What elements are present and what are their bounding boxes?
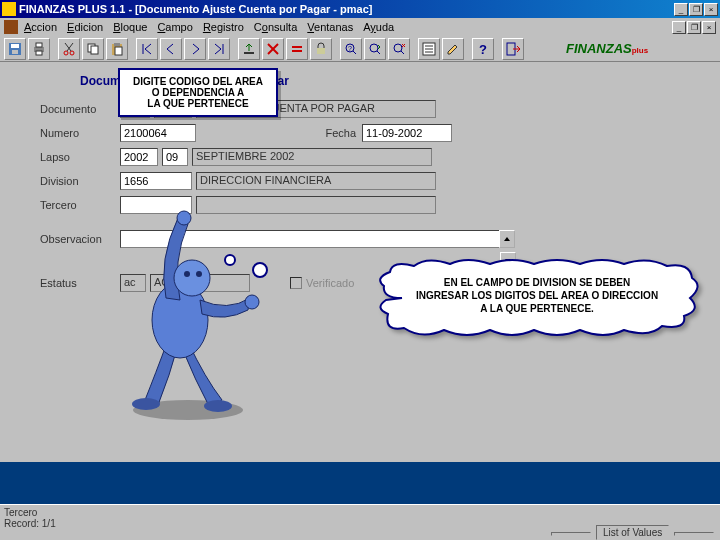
svg-point-37 <box>132 398 160 410</box>
exit-icon[interactable] <box>502 38 524 60</box>
cloud-text: EN EL CAMPO DE DIVISION SE DEBEN INGRESA… <box>392 276 682 315</box>
label-documento: Documento <box>40 103 120 115</box>
execute-query-icon[interactable] <box>364 38 386 60</box>
close-button[interactable]: × <box>704 3 718 16</box>
mascot-figure <box>110 200 270 424</box>
enter-query-icon[interactable]: ? <box>340 38 362 60</box>
doc-icon <box>4 20 18 34</box>
svg-text:?: ? <box>479 42 487 57</box>
field-lapso-mes[interactable] <box>162 148 188 166</box>
row-division: Division DIRECCION FINANCIERA <box>40 170 680 192</box>
menu-bloque[interactable]: Bloque <box>113 21 147 33</box>
svg-rect-19 <box>292 50 302 52</box>
svg-point-26 <box>394 44 402 52</box>
menu-registro[interactable]: Registro <box>203 21 244 33</box>
svg-line-22 <box>353 51 356 54</box>
menu-ayuda[interactable]: Ayuda <box>363 21 394 33</box>
cloud-callout: EN EL CAMPO DE DIVISION SE DEBEN INGRESA… <box>372 258 702 348</box>
svg-point-43 <box>184 271 190 277</box>
insert-record-icon[interactable] <box>238 38 260 60</box>
child-window-buttons: _ ❐ × <box>672 21 716 34</box>
separator <box>412 38 416 60</box>
separator <box>334 38 338 60</box>
help-icon[interactable]: ? <box>472 38 494 60</box>
lock-icon[interactable] <box>310 38 332 60</box>
copy-icon[interactable] <box>82 38 104 60</box>
cancel-query-icon[interactable] <box>388 38 410 60</box>
menu-consulta[interactable]: Consulta <box>254 21 297 33</box>
toolbar: ? ? FINANZASplus <box>0 36 720 62</box>
delete-record-icon[interactable] <box>262 38 284 60</box>
scroll-up-button[interactable] <box>499 230 515 248</box>
status-field-name: Tercero <box>4 507 56 518</box>
svg-point-46 <box>253 263 267 277</box>
menu-accion[interactable]: Accion <box>24 21 57 33</box>
label-division: Division <box>40 175 120 187</box>
restore-button[interactable]: ❐ <box>689 3 703 16</box>
svg-line-27 <box>401 51 404 54</box>
field-lapso-anio[interactable] <box>120 148 158 166</box>
label-tercero: Tercero <box>40 199 120 211</box>
print-icon[interactable] <box>28 38 50 60</box>
svg-point-44 <box>196 271 202 277</box>
last-record-icon[interactable] <box>208 38 230 60</box>
svg-rect-13 <box>114 43 120 46</box>
window-title: FINANZAS PLUS 1.1 - [Documento Ajuste Cu… <box>19 3 674 15</box>
child-minimize-button[interactable]: _ <box>672 21 686 34</box>
field-fecha[interactable] <box>362 124 452 142</box>
save-icon[interactable] <box>4 38 26 60</box>
field-numero[interactable] <box>120 124 196 142</box>
clear-record-icon[interactable] <box>286 38 308 60</box>
separator <box>130 38 134 60</box>
row-numero: Numero Fecha <box>40 122 680 144</box>
first-record-icon[interactable] <box>136 38 158 60</box>
display-division-desc: DIRECCION FINANCIERA <box>196 172 436 190</box>
svg-rect-11 <box>91 46 98 54</box>
menubar: Accion Edicion Bloque Campo Registro Con… <box>0 18 720 36</box>
svg-text:?: ? <box>348 45 352 52</box>
menu-edicion[interactable]: Edicion <box>67 21 103 33</box>
svg-rect-15 <box>244 52 254 54</box>
app-icon <box>2 2 16 16</box>
svg-rect-1 <box>11 44 19 48</box>
window-buttons: _ ❐ × <box>674 3 718 16</box>
paste-icon[interactable] <box>106 38 128 60</box>
status-lov: List of Values <box>596 525 669 540</box>
edit-icon[interactable] <box>442 38 464 60</box>
minimize-button[interactable]: _ <box>674 3 688 16</box>
label-observacion: Observacion <box>40 233 120 245</box>
menu-campo[interactable]: Campo <box>157 21 192 33</box>
next-record-icon[interactable] <box>184 38 206 60</box>
separator <box>52 38 56 60</box>
field-division[interactable] <box>120 172 192 190</box>
svg-point-45 <box>225 255 235 265</box>
svg-point-9 <box>70 51 74 55</box>
titlebar-outer: FINANZAS PLUS 1.1 - [Documento Ajuste Cu… <box>0 0 720 18</box>
child-restore-button[interactable]: ❐ <box>687 21 701 34</box>
svg-rect-14 <box>115 47 122 55</box>
cut-icon[interactable] <box>58 38 80 60</box>
separator <box>466 38 470 60</box>
menu-ventanas[interactable]: Ventanas <box>307 21 353 33</box>
row-lapso: Lapso SEPTIEMBRE 2002 <box>40 146 680 168</box>
svg-point-42 <box>174 260 210 296</box>
child-close-button[interactable]: × <box>702 21 716 34</box>
svg-rect-4 <box>36 43 42 47</box>
separator <box>496 38 500 60</box>
list-icon[interactable] <box>418 38 440 60</box>
prev-record-icon[interactable] <box>160 38 182 60</box>
svg-point-41 <box>245 295 259 309</box>
checkbox-verificado[interactable] <box>290 277 302 289</box>
brand-logo: FINANZASplus <box>566 41 648 56</box>
svg-rect-5 <box>36 51 42 55</box>
label-fecha: Fecha <box>306 127 356 139</box>
display-lapso-desc: SEPTIEMBRE 2002 <box>192 148 432 166</box>
status-record: Record: 1/1 <box>4 518 56 529</box>
svg-rect-2 <box>12 50 18 54</box>
svg-line-25 <box>377 51 380 54</box>
label-lapso: Lapso <box>40 151 120 163</box>
statusbar: Tercero Record: 1/1 List of Values <box>0 504 720 540</box>
tooltip-box: DIGITE CODIGO DEL AREA O DEPENDENCIA A L… <box>118 68 278 117</box>
label-estatus: Estatus <box>40 277 120 289</box>
svg-rect-18 <box>292 46 302 48</box>
